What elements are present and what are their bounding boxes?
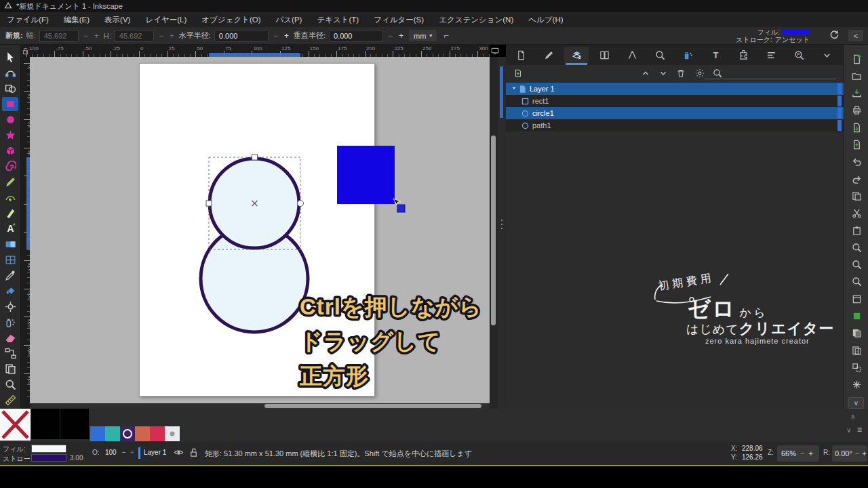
pencil-tool[interactable]	[2, 175, 18, 189]
black-swatch-1[interactable]	[31, 409, 60, 439]
print-button[interactable]	[850, 104, 863, 117]
zoom-tool[interactable]	[2, 378, 18, 392]
vertical-ruler[interactable]: 0255075100125150175200225250275	[20, 57, 30, 409]
panel-resize-grip[interactable]	[498, 57, 506, 409]
rotation-minus[interactable]: −	[855, 449, 859, 458]
dialog-align-distribute[interactable]	[759, 47, 783, 63]
blue-swatch[interactable]	[90, 426, 105, 441]
palette-scroll-up-icon[interactable]: ∧	[850, 413, 855, 420]
no-color-swatch[interactable]	[0, 409, 31, 441]
vertical-scrollbar[interactable]	[490, 57, 498, 409]
menu-item-3[interactable]: レイヤー(L)	[145, 15, 186, 25]
purple-swatch-selected[interactable]	[120, 426, 135, 441]
measure-tool[interactable]	[2, 393, 18, 407]
dialog-spray-options[interactable]	[675, 47, 700, 63]
cut-button[interactable]	[850, 207, 863, 220]
selector-tool[interactable]	[2, 50, 18, 64]
opacity-plus[interactable]: +	[130, 449, 134, 456]
rx-minus[interactable]: −	[272, 31, 279, 41]
horizontal-scrollbar-thumb[interactable]	[264, 404, 481, 408]
node-tool[interactable]	[2, 66, 18, 80]
paste-button[interactable]	[850, 224, 863, 237]
drawn-blue-rect[interactable]	[337, 146, 395, 204]
menu-item-1[interactable]: 編集(E)	[64, 15, 90, 25]
zoom-selection-button[interactable]	[850, 241, 863, 253]
open-document-button[interactable]	[850, 70, 863, 82]
dialog-extensions[interactable]	[731, 47, 755, 63]
shape-builder-tool[interactable]	[2, 81, 18, 96]
object-row-circle1[interactable]: circle1	[506, 107, 844, 119]
zoom-control[interactable]: 66% − +	[777, 445, 819, 462]
width-plus[interactable]: +	[93, 31, 100, 41]
black-swatch-2[interactable]	[60, 409, 89, 439]
gradient-tool[interactable]	[2, 237, 18, 251]
undo-button[interactable]	[850, 156, 863, 168]
statusbar-fill-swatch[interactable]	[31, 445, 66, 453]
reset-icon[interactable]	[829, 30, 840, 43]
menu-item-9[interactable]: ヘルプ(H)	[528, 15, 563, 25]
text-tool[interactable]: A	[2, 222, 18, 236]
export-button[interactable]	[850, 139, 863, 151]
spiral-tool[interactable]	[2, 159, 18, 174]
dialog-find[interactable]	[648, 47, 672, 63]
dialog-edit-document[interactable]	[536, 47, 561, 63]
width-minus[interactable]: −	[82, 31, 90, 41]
statusbar-stroke-swatch[interactable]	[31, 454, 66, 462]
height-minus[interactable]: −	[157, 31, 165, 41]
menu-item-5[interactable]: パス(P)	[276, 15, 302, 25]
pen-tool[interactable]	[2, 190, 18, 205]
fill-stroke-indicator[interactable]: フィル: ストローク:アンセット	[736, 28, 810, 43]
menu-item-8[interactable]: エクステンション(N)	[439, 15, 513, 25]
ry-minus[interactable]: −	[387, 31, 394, 41]
tweak-tool[interactable]	[2, 300, 18, 314]
menu-item-7[interactable]: フィルター(S)	[374, 15, 424, 25]
snap-toggle-button[interactable]	[850, 379, 863, 391]
dialog-path-effects[interactable]	[620, 47, 644, 63]
object-row-path1[interactable]: path1	[506, 119, 844, 131]
object-row-layer-1[interactable]: Layer 1	[506, 83, 844, 95]
command-bar-overflow-button[interactable]: ∨	[848, 397, 864, 409]
view-frame-button[interactable]	[850, 293, 863, 305]
height-field[interactable]: 45.692	[115, 30, 154, 42]
lower-layer-button[interactable]	[656, 67, 670, 79]
vertical-scrollbar-thumb[interactable]	[491, 136, 496, 325]
lightgray-swatch[interactable]	[165, 426, 180, 441]
highlight-color-bar[interactable]	[837, 120, 842, 131]
selection-square-handle-1[interactable]	[206, 201, 212, 206]
dialog-find-replace[interactable]: P	[787, 47, 811, 63]
fill-color-button[interactable]	[850, 310, 863, 323]
rx-field[interactable]: 0.000	[214, 30, 269, 42]
dialog-xml-editor[interactable]	[592, 47, 616, 63]
new-document-button[interactable]	[850, 53, 863, 65]
rotation-value[interactable]: 0.00°	[835, 449, 852, 458]
search-layers-button[interactable]	[711, 67, 724, 79]
coral-swatch[interactable]	[135, 426, 150, 441]
dialog-objects[interactable]	[564, 47, 589, 63]
highlight-color-bar[interactable]	[837, 83, 842, 94]
current-layer-name[interactable]: Layer 1	[144, 449, 166, 456]
dialog-overflow[interactable]	[814, 47, 839, 63]
add-layer-button[interactable]	[511, 67, 525, 79]
rect-drag-handle[interactable]	[397, 205, 405, 212]
selection-square-handle-0[interactable]	[252, 155, 258, 160]
rotation-plus[interactable]: +	[862, 449, 866, 458]
menu-item-2[interactable]: 表示(V)	[104, 15, 130, 25]
import-button[interactable]	[850, 121, 863, 134]
teal-swatch[interactable]	[105, 426, 120, 441]
dialog-text-font[interactable]: T	[703, 47, 728, 63]
zoom-plus[interactable]: +	[808, 449, 812, 458]
height-plus[interactable]: +	[168, 31, 176, 41]
zoom-page-button[interactable]	[850, 276, 863, 288]
zoom-minus[interactable]: −	[800, 449, 804, 458]
mesh-tool[interactable]	[2, 253, 18, 267]
group-button[interactable]	[850, 361, 863, 373]
dialog-document-properties[interactable]	[509, 47, 533, 63]
horizontal-ruler[interactable]: -100-75-50-25025507510012515017520022525…	[20, 45, 490, 57]
guides-lock-icon[interactable]	[22, 46, 29, 58]
layer-visibility-icon[interactable]	[174, 447, 184, 459]
layer-lock-icon[interactable]	[189, 447, 199, 459]
rotation-control[interactable]: 0.00° − +	[832, 445, 867, 462]
eraser-tool[interactable]	[2, 331, 18, 345]
layer-settings-button[interactable]	[693, 67, 707, 79]
horizontal-scrollbar[interactable]	[30, 403, 490, 409]
